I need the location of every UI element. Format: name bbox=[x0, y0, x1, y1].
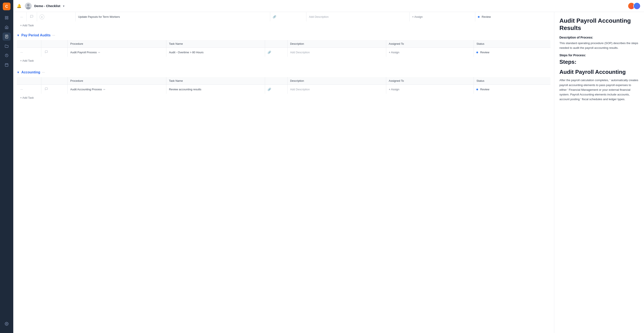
assign-button[interactable]: + Assign bbox=[412, 15, 423, 18]
row-description-cell-a[interactable]: Add Description bbox=[287, 85, 386, 94]
th-status: Status bbox=[474, 40, 551, 48]
add-task-button-accounting[interactable]: + Add Task bbox=[17, 94, 551, 101]
row-action-cell-a: ··· bbox=[17, 85, 41, 94]
th-taskname-a: Task Name bbox=[166, 77, 265, 85]
sidebar: C bbox=[0, 0, 13, 333]
svg-point-15 bbox=[26, 7, 30, 9]
row-chat-button[interactable] bbox=[29, 14, 34, 19]
row-link-cell-a: 🔗 bbox=[265, 85, 287, 94]
assign-button[interactable]: + Assign bbox=[389, 51, 400, 54]
add-task-button-pay-period[interactable]: + Add Task bbox=[17, 57, 551, 64]
row-chat-button-a[interactable] bbox=[44, 87, 49, 92]
status-dot bbox=[478, 16, 480, 18]
section-collapse-chevron[interactable]: ▼ bbox=[17, 33, 20, 37]
row-assigned-cell[interactable]: + Assign bbox=[386, 48, 474, 57]
row-procedure-cell-a: Audit Accounting Process ✏ bbox=[68, 85, 166, 94]
row-description-cell[interactable]: Add Description bbox=[287, 48, 386, 57]
link-icon[interactable]: 🔗 bbox=[268, 51, 271, 54]
th-taskname: Task Name bbox=[166, 40, 265, 48]
row-link-cell: 🔗 bbox=[265, 48, 287, 57]
table-row: ··· Audit Payroll Process ✏ bbox=[17, 48, 551, 57]
panel-steps-label: Steps for Process: bbox=[560, 53, 639, 57]
row-action-cell: ··· bbox=[17, 12, 26, 22]
panel-description-label: Description of Process: bbox=[560, 36, 639, 39]
th-procedure-a: Procedure bbox=[68, 77, 166, 85]
sidebar-item-home[interactable] bbox=[2, 23, 11, 31]
page-title: Demo - Checklist bbox=[34, 4, 60, 8]
th-action bbox=[17, 40, 41, 48]
pay-period-table: Procedure Task Name Description Assigned… bbox=[17, 40, 551, 57]
row-chat-cell bbox=[41, 48, 68, 57]
row-taskname-cell: Audit - Overtime > 80 Hours bbox=[166, 48, 265, 57]
status-label: Review bbox=[482, 15, 491, 18]
link-icon[interactable]: 🔗 bbox=[273, 15, 276, 18]
section-header-pay-period: ▼ Pay Period Audits ··· bbox=[17, 33, 551, 37]
section-collapse-chevron-accounting[interactable]: ▼ bbox=[17, 71, 20, 74]
sidebar-item-analytics[interactable] bbox=[2, 51, 11, 59]
row-link-cell: 🔗 bbox=[270, 12, 306, 22]
sidebar-item-folders[interactable] bbox=[2, 42, 11, 50]
bell-icon[interactable]: 🔔 bbox=[17, 4, 22, 8]
row-procedure-cell: Audit Payroll Process ✏ bbox=[68, 48, 166, 57]
add-description-label[interactable]: Add Description bbox=[309, 15, 329, 18]
status-label: Review bbox=[480, 51, 490, 54]
panel-steps-heading: Steps: bbox=[560, 59, 639, 65]
section-title-accounting: Accounting bbox=[22, 70, 40, 74]
procedure-edit-icon[interactable]: ✏ bbox=[98, 51, 100, 54]
procedure-name-a: Audit Accounting Process bbox=[70, 88, 102, 91]
add-description-label[interactable]: Add Description bbox=[290, 51, 310, 54]
svg-rect-2 bbox=[5, 18, 6, 19]
svg-rect-0 bbox=[5, 16, 6, 17]
section-options-dots-accounting[interactable]: ··· bbox=[42, 70, 45, 74]
table-row-accounting: ··· Audit Accounting Process ✏ bbox=[17, 85, 551, 94]
panel-body-text: After the payroll calculation completes,… bbox=[560, 78, 639, 102]
task-name-label-a: Review accounting results bbox=[169, 88, 201, 91]
title-chevron[interactable]: ▾ bbox=[63, 4, 64, 8]
assign-button-a[interactable]: + Assign bbox=[389, 88, 400, 91]
sidebar-item-docs[interactable] bbox=[2, 32, 11, 41]
row-chat-button[interactable] bbox=[44, 50, 49, 54]
th-link-a bbox=[265, 77, 287, 85]
th-chat bbox=[41, 40, 68, 48]
section-options-dots[interactable]: ··· bbox=[52, 33, 55, 37]
table-header-row: Procedure Task Name Description Assigned… bbox=[17, 40, 551, 48]
procedure-edit-icon-a[interactable]: ✏ bbox=[104, 88, 105, 91]
th-action-a bbox=[17, 77, 41, 85]
right-panel: Audit Payroll Accounting Results Descrip… bbox=[554, 12, 644, 333]
app-logo[interactable]: C bbox=[3, 2, 10, 10]
partial-table: ··· + Update Payouts for bbox=[17, 12, 551, 22]
th-description: Description bbox=[287, 40, 386, 48]
row-chat-cell-a bbox=[41, 85, 68, 94]
row-assigned-cell-a[interactable]: + Assign bbox=[386, 85, 474, 94]
svg-point-14 bbox=[27, 4, 30, 6]
status-label-a: Review bbox=[480, 88, 490, 91]
add-subtask-button[interactable]: + bbox=[40, 14, 44, 19]
panel-title: Audit Payroll Accounting Results bbox=[560, 17, 639, 31]
table-header-row-accounting: Procedure Task Name Description Assigned… bbox=[17, 77, 551, 85]
sidebar-item-calendar[interactable] bbox=[2, 61, 11, 69]
sidebar-item-file[interactable] bbox=[2, 14, 11, 22]
sidebar-item-settings[interactable] bbox=[2, 320, 11, 328]
th-link bbox=[265, 40, 287, 48]
th-chat-a bbox=[41, 77, 68, 85]
row-description-cell[interactable]: Add Description bbox=[306, 12, 409, 22]
accounting-table: Procedure Task Name Description Assigned… bbox=[17, 77, 551, 94]
main-content: ··· + Update Payouts for bbox=[13, 12, 554, 333]
panel-sub-heading: Audit Payroll Accounting bbox=[560, 69, 639, 75]
row-dots-button[interactable]: ··· bbox=[20, 15, 24, 19]
link-icon-a[interactable]: 🔗 bbox=[268, 88, 271, 91]
main-area: 🔔 Demo - Checklist ▾ ··· bbox=[13, 0, 644, 333]
topbar: 🔔 Demo - Checklist ▾ bbox=[13, 0, 644, 12]
add-task-button-top[interactable]: + Add Task bbox=[17, 22, 551, 29]
row-dots-button[interactable]: ··· bbox=[20, 50, 24, 54]
row-assigned-cell[interactable]: + Assign bbox=[409, 12, 475, 22]
pay-period-audits-section: ▼ Pay Period Audits ··· Procedure Task N… bbox=[13, 29, 554, 64]
add-description-label-a[interactable]: Add Description bbox=[290, 88, 310, 91]
row-dots-button-a[interactable]: ··· bbox=[20, 87, 24, 91]
collaborator-avatars bbox=[628, 2, 640, 10]
row-taskname-cell-a: Review accounting results bbox=[166, 85, 265, 94]
partial-section: ··· + Update Payouts for bbox=[13, 12, 554, 29]
row-add-icon-cell: + bbox=[37, 12, 75, 22]
th-procedure: Procedure bbox=[68, 40, 166, 48]
svg-point-13 bbox=[6, 323, 7, 325]
